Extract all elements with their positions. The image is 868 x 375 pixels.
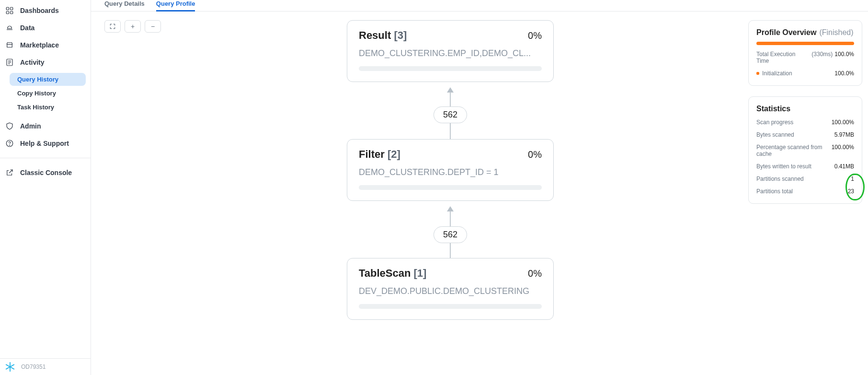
node-title: Result [3] [359,29,407,42]
bullet-icon [756,72,759,75]
edge-rowcount: 562 [434,106,467,123]
panel-title: Statistics [756,105,854,113]
plan-node-tablescan[interactable]: TableScan [1] 0% DEV_DEMO.PUBLIC.DEMO_CL… [347,258,554,320]
nav-label: Dashboards [20,7,59,14]
nav-help[interactable]: Help & Support [0,135,91,152]
node-subtitle: DEV_DEMO.PUBLIC.DEMO_CLUSTERING [359,286,542,296]
stat-label: Bytes written to result [756,163,811,170]
plan-node-result[interactable]: Result [3] 0% DEMO_CLUSTERING.EMP_ID,DEM… [347,20,554,82]
nav-label: Help & Support [20,140,69,147]
nav-label: Activity [20,59,45,66]
subnav-copy-history[interactable]: Copy History [10,87,86,100]
sidebar-footer: OD79351 [0,358,91,375]
admin-icon [5,121,14,131]
snowflake-logo-icon [5,362,15,372]
node-index: [2] [388,148,400,160]
svg-point-10 [10,145,10,145]
node-index: [3] [394,29,407,41]
stats-title: Statistics [756,105,790,113]
nav-classic-console[interactable]: Classic Console [0,164,91,181]
dashboards-icon [5,6,14,15]
node-progress-bar [359,304,542,309]
footer-org-id: OD79351 [21,363,46,370]
tab-query-details[interactable]: Query Details [104,0,145,10]
main: Query Details Query Profile + − Result [… [91,0,868,375]
stat-value: 1 [851,176,854,182]
subnav-query-history[interactable]: Query History [10,73,86,86]
overview-title: Profile Overview [756,28,816,37]
nav-label: Marketplace [20,41,59,49]
stat-value: 0.41MB [834,163,854,170]
edge-rowcount: 562 [434,226,467,243]
svg-rect-2 [6,12,9,14]
init-label: Initialization [756,70,792,77]
node-progress-bar [359,185,542,190]
svg-rect-1 [11,7,13,10]
node-name: Result [359,29,391,41]
sidebar: Dashboards Data Marketplace Activity Que… [0,0,91,375]
stat-label: Partitions scanned [756,176,804,182]
nav-admin[interactable]: Admin [0,117,91,135]
init-value: 100.0% [834,70,854,77]
node-progress-bar [359,66,542,71]
subnav-task-history[interactable]: Task History [10,101,86,114]
node-title: Filter [2] [359,148,400,161]
node-subtitle: DEMO_CLUSTERING.DEPT_ID = 1 [359,167,542,177]
stat-label: Partitions total [756,188,793,195]
nav-dashboards[interactable]: Dashboards [0,2,91,19]
node-title: TableScan [1] [359,267,426,280]
external-link-icon [5,168,14,177]
data-icon [5,23,14,33]
plan-node-filter[interactable]: Filter [2] 0% DEMO_CLUSTERING.DEPT_ID = … [347,139,554,201]
nav-label: Classic Console [20,169,72,176]
nav-data[interactable]: Data [0,19,91,36]
sidebar-divider [0,158,91,158]
statistics-panel: Statistics Scan progress100.00% Bytes sc… [748,96,862,204]
activity-subnav: Query History Copy History Task History [0,73,91,114]
node-name: Filter [359,148,385,160]
svg-rect-3 [11,12,13,14]
activity-icon [5,58,14,67]
tab-query-profile[interactable]: Query Profile [156,0,195,12]
overview-progress [756,42,854,45]
nav-marketplace[interactable]: Marketplace [0,36,91,54]
svg-rect-0 [6,7,9,10]
node-index: [1] [414,267,427,279]
workspace: + − Result [3] 0% DEMO_CLUSTERING.EMP_ID… [91,12,868,375]
node-percent: 0% [528,268,542,279]
stat-value: 23 [848,188,854,195]
node-percent: 0% [528,149,542,160]
help-icon [5,139,14,148]
stat-value: 100.00% [832,144,854,157]
marketplace-icon [5,40,14,50]
stat-label: Percentage scanned from cache [756,144,829,157]
total-exec-label: Total Execution Time [756,51,809,64]
tabs: Query Details Query Profile [91,0,868,12]
nav-label: Data [20,24,34,32]
total-exec-value: (330ms)100.0% [811,51,854,64]
panel-title: Profile Overview (Finished) [756,28,854,37]
query-plan-graph[interactable]: Result [3] 0% DEMO_CLUSTERING.EMP_ID,DEM… [91,12,748,375]
stat-label: Scan progress [756,119,793,126]
stat-label: Bytes scanned [756,131,794,138]
overview-status: (Finished) [819,28,853,37]
nav-label: Admin [20,122,41,130]
profile-overview-panel: Profile Overview (Finished) Total Execut… [748,20,862,86]
right-panels: Profile Overview (Finished) Total Execut… [748,12,868,375]
nav-activity[interactable]: Activity [0,54,91,71]
node-percent: 0% [528,30,542,41]
node-subtitle: DEMO_CLUSTERING.EMP_ID,DEMO_CL... [359,48,542,59]
stat-value: 100.00% [832,119,854,126]
node-name: TableScan [359,267,411,279]
stat-value: 5.97MB [834,131,854,138]
